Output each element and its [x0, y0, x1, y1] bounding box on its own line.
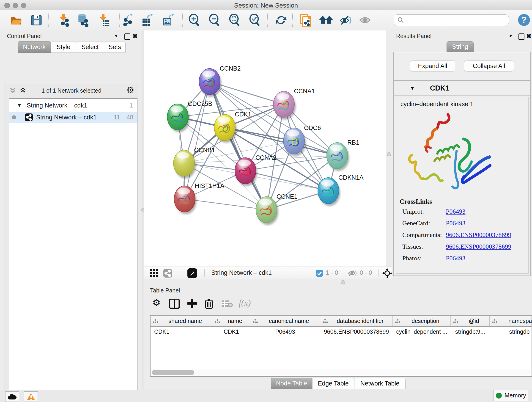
network-edge[interactable] — [210, 82, 266, 210]
float-panel-menu-icon[interactable]: ▼ — [114, 33, 119, 38]
collapse-all-button[interactable]: Collapse All — [464, 61, 514, 71]
horizontal-splitter[interactable] — [144, 279, 532, 285]
table-row[interactable]: CDK1CDK1P064939606.ENSP00000378699cyclin… — [151, 327, 532, 337]
table-cell[interactable]: 9606.ENSP00000378699 — [320, 327, 393, 337]
apply-layout-button[interactable] — [274, 13, 288, 27]
string-change-confidence-button[interactable] — [319, 13, 333, 27]
crosslink-link[interactable]: 9606.ENSP00000378699 — [446, 243, 511, 250]
crosslink-link[interactable]: P06493 — [446, 208, 466, 215]
tab-select[interactable]: Select — [76, 41, 104, 53]
fit-content-crosshair-icon[interactable] — [382, 268, 392, 278]
import-table-button[interactable] — [96, 13, 110, 27]
network-node-CDC25B[interactable]: CDC25B — [167, 100, 212, 132]
column-header-shared-name[interactable]: shared name — [151, 316, 212, 326]
search-box[interactable] — [394, 14, 509, 26]
float-panel-icon[interactable] — [519, 33, 525, 40]
network-edge[interactable] — [245, 171, 328, 191]
toolbar-separator — [292, 13, 293, 27]
close-panel-icon[interactable]: ✖ — [133, 32, 138, 40]
network-collection-row[interactable]: ▼ String Network – cdk1 1 — [9, 100, 137, 111]
open-session-button[interactable] — [9, 13, 23, 27]
close-panel-icon[interactable]: ✖ — [526, 32, 532, 40]
column-header--id[interactable]: @id — [451, 316, 490, 326]
gene-expand-arrow-icon[interactable]: ▼ — [410, 85, 415, 91]
network-node-CCNB2[interactable]: CCNB2 — [199, 65, 241, 97]
hide-unselected-button[interactable] — [339, 13, 353, 27]
float-panel-menu-icon[interactable]: ▼ — [508, 33, 513, 38]
network-node-CDKN1A[interactable]: CDKN1A — [318, 174, 364, 206]
network-row-selected[interactable]: String Network – cdk1 11 48 — [9, 112, 137, 123]
network-edge[interactable] — [185, 199, 266, 210]
network-node-CCNA2[interactable]: CCNA2 — [235, 154, 277, 186]
tab-node-table[interactable]: Node Table — [271, 378, 312, 389]
selected-nodes-checkbox-icon[interactable] — [316, 269, 323, 277]
crosslink-link[interactable]: P06493 — [446, 220, 466, 227]
table-cell[interactable]: CDK1 — [212, 327, 250, 337]
cloud-status-button[interactable] — [5, 391, 19, 402]
warnings-button[interactable] — [24, 391, 38, 402]
table-cell[interactable]: stringdb — [490, 327, 532, 337]
eye-icon — [359, 15, 372, 26]
memory-button[interactable]: Memory — [494, 390, 528, 401]
zoom-out-button[interactable] — [208, 13, 222, 27]
tab-network[interactable]: Network — [18, 41, 51, 53]
zoom-fit-button[interactable] — [228, 13, 242, 27]
crosslink-link[interactable]: 9606.ENSP00000378699 — [446, 231, 511, 239]
tab-sets[interactable]: Sets — [104, 41, 126, 53]
table-cell[interactable]: P06493 — [250, 327, 320, 337]
network-node-CCNE1[interactable]: CCNE1 — [256, 193, 298, 225]
import-network-from-database-button[interactable] — [76, 13, 90, 27]
column-header-description[interactable]: description — [393, 316, 451, 326]
network-view-canvas[interactable]: CCNB2CCNA1CDC25BCDK1CDC6RB1CCNB1CCNA2CDK… — [144, 31, 386, 267]
right-splitter[interactable] — [386, 31, 392, 267]
delete-column-trash-icon[interactable] — [204, 298, 214, 309]
expand-all-button[interactable]: Expand All — [410, 61, 455, 71]
network-node-CCNA1[interactable]: CCNA1 — [273, 88, 315, 120]
export-image-button[interactable] — [161, 13, 176, 27]
float-panel-icon[interactable] — [124, 33, 130, 40]
collection-expand-arrow-icon[interactable]: ▼ — [17, 103, 22, 108]
table-cell[interactable]: CDK1 — [151, 327, 212, 337]
zoom-selected-button[interactable] — [248, 13, 262, 27]
table-horizontal-scrollbar[interactable] — [151, 370, 530, 375]
export-table-button[interactable] — [141, 13, 155, 27]
crosslink-link[interactable]: P06493 — [446, 255, 466, 262]
network-share-icon[interactable] — [163, 269, 172, 278]
tab-string[interactable]: String — [447, 41, 474, 52]
show-all-button[interactable] — [358, 13, 373, 27]
table-cell[interactable]: cyclin–dependent ... — [393, 327, 451, 337]
splitter-grip[interactable] — [341, 280, 345, 284]
network-node-CDC6[interactable]: CDC6 — [283, 124, 321, 156]
hidden-eye-slash-icon[interactable] — [348, 269, 357, 277]
search-input[interactable] — [406, 17, 509, 24]
network-node-RB1[interactable]: RB1 — [327, 139, 360, 171]
network-node-CCNB1[interactable]: CCNB1 — [173, 147, 215, 179]
tab-edge-table[interactable]: Edge Table — [312, 378, 354, 389]
grid-view-icon[interactable] — [150, 269, 158, 277]
network-options-gear-icon[interactable]: ⚙ — [127, 85, 134, 95]
import-table-icon — [97, 13, 110, 27]
column-header-label: database identifier — [329, 318, 393, 324]
column-header-canonical-name[interactable]: canonical name — [250, 316, 320, 326]
add-column-icon[interactable] — [187, 298, 197, 309]
birdseye-view-icon[interactable]: ↗ — [187, 268, 197, 278]
network-node-HIST1H1A[interactable]: HIST1H1A — [174, 182, 224, 214]
tab-network-table[interactable]: Network Table — [354, 378, 405, 389]
import-network-button[interactable] — [56, 13, 70, 27]
string-copy-network-button[interactable] — [298, 13, 312, 27]
splitter-grip[interactable] — [387, 152, 391, 156]
save-session-button[interactable] — [29, 13, 44, 27]
scrollbar-thumb[interactable] — [152, 370, 194, 375]
help-button[interactable]: ? — [518, 14, 530, 26]
table-options-gear-icon[interactable]: ⚙ — [152, 297, 161, 308]
show-columns-icon[interactable] — [169, 299, 180, 309]
table-cell[interactable]: stringdb:9... — [451, 327, 490, 337]
column-header-name[interactable]: name — [212, 316, 250, 326]
column-header-database-identifier[interactable]: database identifier — [320, 316, 393, 326]
network-edge[interactable] — [185, 82, 210, 199]
zoom-in-button[interactable] — [187, 13, 202, 27]
export-network-button[interactable] — [121, 13, 135, 27]
column-header-namespace[interactable]: namespace — [490, 316, 532, 326]
gene-header-row[interactable]: ▼ CDK1 — [394, 81, 530, 96]
tab-style[interactable]: Style — [51, 41, 76, 53]
